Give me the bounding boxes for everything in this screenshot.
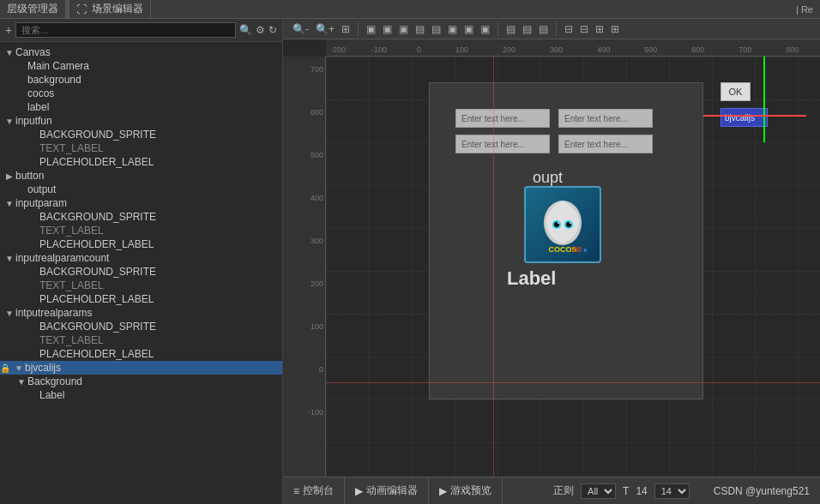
label-textlabel4: TEXT_LABEL: [39, 334, 104, 346]
tree-item-bjvcalijs[interactable]: 🔒 ▼ bjvcalijs: [0, 361, 282, 375]
tree-item-bjvc-label[interactable]: ▶ Label: [0, 388, 282, 402]
ruler-x-600: 600: [691, 45, 704, 54]
tree-item-intputrealparams[interactable]: ▼ intputrealparams: [0, 306, 282, 320]
ruler-y-100: 100: [311, 322, 323, 331]
tree-item-bgsprite4[interactable]: ▶ BACKGROUND_SPRITE: [0, 320, 282, 333]
ruler-x-800: 800: [786, 45, 799, 54]
refresh-button[interactable]: ↻: [268, 24, 277, 36]
tab-animation[interactable]: ▶ 动画编辑器: [345, 477, 429, 504]
tree-item-placeholder1[interactable]: ▶ PLACEHOLDER_LABEL: [0, 155, 282, 169]
arrow-bjvcalijs: ▼: [13, 363, 25, 373]
tree-item-textlabel1[interactable]: ▶ TEXT_LABEL: [0, 141, 282, 155]
toolbar-btn2[interactable]: ▣: [380, 22, 395, 36]
filter-button[interactable]: ⚙: [256, 24, 265, 36]
ruler-y-500: 500: [311, 151, 323, 159]
add-node-button[interactable]: +: [5, 23, 12, 37]
tree-item-placeholder2[interactable]: ▶ PLACEHOLDER_LABEL: [0, 237, 282, 251]
scene-editor-panel: 🔍- 🔍+ ⊞ ▣ ▣ ▣ ▤ ▤ ▣ ▣ ▣ ▤ ▤ ▤ ⊟ ⊟ ⊞: [283, 19, 820, 504]
input-box-3[interactable]: Enter text here...: [455, 135, 550, 153]
tree-item-inputparam[interactable]: ▼ inputparam: [0, 196, 282, 210]
ruler-x-400: 400: [597, 45, 610, 54]
search-button[interactable]: 🔍: [239, 24, 252, 36]
scene-title-bar: ⛶: [76, 3, 87, 15]
cocos-logo-svg: COCOS 20 x: [528, 190, 597, 259]
tree-item-placeholder3[interactable]: ▶ PLACEHOLDER_LABEL: [0, 292, 282, 306]
label-bjvc-background: Background: [27, 375, 82, 387]
scene-canvas[interactable]: 使用鼠标右键平移视窗焦点... -200 -100 0 100 200 300 …: [283, 39, 820, 477]
toolbar-btn10[interactable]: ▤: [520, 22, 534, 36]
toolbar-btn15[interactable]: ⊞: [608, 22, 622, 36]
toolbar-btn4[interactable]: ▤: [413, 22, 427, 36]
input-box-4[interactable]: Enter text here...: [558, 135, 653, 153]
tab-preview[interactable]: ▶ 游戏预览: [429, 477, 503, 504]
zoom-select[interactable]: 14: [654, 483, 690, 499]
hierarchy-window-bar: 层级管理器: [0, 0, 66, 18]
arrow-inputrealparamcount: ▼: [3, 254, 15, 263]
label-placeholder3: PLACEHOLDER_LABEL: [39, 293, 154, 305]
toolbar-btn13[interactable]: ⊟: [577, 22, 591, 36]
ruler-x-0: 0: [417, 45, 421, 54]
bjvcalijs-element[interactable]: bjvcalijs: [721, 108, 768, 127]
toolbar-btn12[interactable]: ⊟: [562, 22, 576, 36]
tree-item-inputfun[interactable]: ▼ inputfun: [0, 114, 282, 128]
tree-item-textlabel3[interactable]: ▶ TEXT_LABEL: [0, 279, 282, 292]
svg-text:20: 20: [573, 245, 582, 254]
tree-item-label[interactable]: ▶ label: [0, 100, 282, 114]
input-box-1[interactable]: Enter text here...: [455, 109, 550, 128]
toolbar-btn9[interactable]: ▤: [503, 22, 518, 36]
input-box-2[interactable]: Enter text here...: [558, 109, 653, 128]
zoom-icon: T: [623, 485, 629, 497]
label-background: background: [27, 74, 81, 86]
game-canvas-area: Enter text here... Enter text here... En…: [429, 82, 703, 399]
ruler-x-100: 100: [455, 45, 468, 54]
toolbar-btn6[interactable]: ▣: [445, 22, 460, 36]
tree-item-textlabel4[interactable]: ▶ TEXT_LABEL: [0, 333, 282, 347]
label-main-camera: Main Camera: [27, 60, 89, 72]
toolbar-btn8[interactable]: ▣: [478, 22, 492, 36]
toolbar-btn7[interactable]: ▣: [461, 22, 476, 36]
ok-button[interactable]: OK: [721, 82, 751, 101]
tree-item-placeholder4[interactable]: ▶ PLACEHOLDER_LABEL: [0, 347, 282, 361]
zoom-fit-button[interactable]: ⊞: [339, 22, 353, 36]
arrow-intputrealparams: ▼: [3, 309, 15, 318]
tab-console[interactable]: ≡ 控制台: [283, 477, 345, 504]
toolbar-btn11[interactable]: ▤: [536, 22, 551, 36]
scene-toolbar: 🔍- 🔍+ ⊞ ▣ ▣ ▣ ▤ ▤ ▣ ▣ ▣ ▤ ▤ ▤ ⊟ ⊟ ⊞: [283, 19, 820, 39]
toolbar-divider3: [556, 22, 557, 36]
toolbar-btn14[interactable]: ⊞: [593, 22, 606, 36]
ruler-x-700: 700: [739, 45, 751, 54]
ruler-y-neg100: -100: [308, 408, 323, 417]
tree-item-output[interactable]: ▶ output: [0, 183, 282, 196]
arrow-button: ▶: [3, 171, 15, 181]
tree-view: ▼ Canvas ▶ Main Camera ▶ background: [0, 42, 282, 504]
tree-item-inputrealparamcount[interactable]: ▼ inputrealparamcount: [0, 251, 282, 265]
ruler-y-400: 400: [311, 194, 323, 202]
tree-item-cocos[interactable]: ▶ cocos: [0, 87, 282, 100]
toolbar-btn3[interactable]: ▣: [396, 22, 411, 36]
toolbar-divider2: [497, 22, 498, 36]
tree-item-bgsprite3[interactable]: ▶ BACKGROUND_SPRITE: [0, 265, 282, 279]
tree-item-main-camera[interactable]: ▶ Main Camera: [0, 59, 282, 73]
toolbar-btn5[interactable]: ▤: [429, 22, 443, 36]
arrow-canvas: ▼: [3, 48, 15, 57]
tree-item-canvas[interactable]: ▼ Canvas: [0, 45, 282, 59]
label-canvas: Canvas: [15, 46, 51, 58]
label-inputfun: inputfun: [15, 115, 52, 127]
tree-item-button[interactable]: ▶ button: [0, 169, 282, 183]
mode-select[interactable]: All: [581, 483, 616, 499]
zoom-in-button[interactable]: 🔍+: [313, 22, 337, 36]
label-bgsprite1: BACKGROUND_SPRITE: [39, 129, 156, 141]
tree-item-bgsprite1[interactable]: ▶ BACKGROUND_SPRITE: [0, 128, 282, 141]
search-input[interactable]: [15, 22, 236, 38]
tree-item-bgsprite2[interactable]: ▶ BACKGROUND_SPRITE: [0, 210, 282, 224]
tree-item-background[interactable]: ▶ background: [0, 73, 282, 87]
label-button: button: [15, 170, 44, 182]
ruler-x-500: 500: [644, 45, 657, 54]
toolbar-btn1[interactable]: ▣: [364, 22, 378, 36]
green-transform-line: [763, 57, 765, 142]
tree-item-bjvc-background[interactable]: ▼ Background: [0, 375, 282, 388]
tree-item-textlabel2[interactable]: ▶ TEXT_LABEL: [0, 224, 282, 237]
ruler-y-0: 0: [319, 365, 323, 374]
zoom-out-button[interactable]: 🔍-: [290, 22, 311, 36]
label-inputparam: inputparam: [15, 197, 67, 209]
